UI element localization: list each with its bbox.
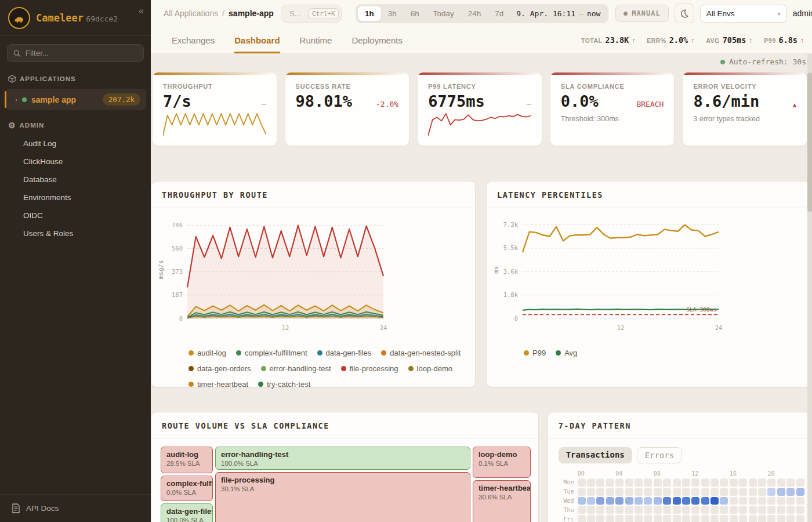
sidebar-item-clickhouse[interactable]: ClickHouse — [0, 153, 151, 171]
sidebar-collapse-icon[interactable]: « — [139, 6, 144, 16]
heatmap-cell — [644, 478, 652, 487]
heatmap-cell — [720, 478, 728, 487]
hour-label: 16 — [730, 470, 739, 477]
panel-title: THROUGHPUT BY ROUTE — [162, 190, 268, 200]
auto-refresh-label: Auto-refresh: 30s — [729, 57, 806, 66]
treemap-cell-error-handling-test[interactable]: error-handling-test100.0% SLA — [215, 447, 470, 470]
heatmap-cell — [644, 506, 652, 514]
kpi-accent-bar — [418, 72, 542, 75]
sidebar-spacer — [0, 242, 151, 494]
stat-value: 6.8s — [778, 35, 798, 45]
legend-item-loop-demo[interactable]: loop-demo — [408, 364, 452, 373]
heatmap-cell — [587, 506, 595, 514]
treemap-cell-sla: 28.5% SLA — [166, 460, 207, 467]
legend-dot-icon — [236, 350, 241, 356]
filter-input[interactable] — [26, 49, 137, 57]
sidebar-item-database[interactable]: Database — [0, 171, 151, 188]
global-search-input[interactable] — [289, 9, 304, 18]
scrollbar-track[interactable] — [807, 54, 812, 522]
legend-item-try-catch-test[interactable]: try-catch-test — [258, 380, 310, 389]
legend-item-data-gen-orders[interactable]: data-gen-orders — [188, 364, 251, 373]
admin-items: Audit LogClickHouseDatabaseEnvironmentsO… — [0, 135, 151, 242]
heatmap-cell — [654, 478, 662, 487]
env-select[interactable]: All Envs ▾ — [700, 5, 787, 23]
hour-label — [701, 470, 710, 477]
stat-value: 705ms — [723, 35, 746, 45]
time-range-7d[interactable]: 7d — [488, 6, 510, 21]
time-range-custom[interactable]: 9. Apr. 16:11—now — [510, 9, 606, 18]
hour-label: 20 — [767, 470, 777, 477]
toggle-transactions[interactable]: Transactions — [559, 447, 632, 463]
hour-label — [635, 470, 644, 477]
kpi-accent-bar — [285, 72, 409, 75]
time-range-3h[interactable]: 3h — [381, 6, 404, 21]
kpi-value: 6775ms — [428, 92, 485, 110]
sidebar-item-users-roles[interactable]: Users & Roles — [0, 224, 151, 242]
heatmap-cell — [730, 515, 738, 522]
heatmap-row-wed: Wed — [559, 497, 806, 505]
treemap-cell-timer-heartbeat[interactable]: timer-heartbeat30.6% SLA — [473, 480, 531, 522]
heatmap-cell — [691, 488, 699, 496]
treemap-cell-data-gen-files[interactable]: data-gen-files100.0% SLA — [161, 503, 213, 522]
tab-runtime[interactable]: Runtime — [300, 27, 332, 53]
manual-refresh-button[interactable]: MANUAL — [615, 5, 668, 22]
treemap-cell-file-processing[interactable]: file-processing30.1% SLA — [215, 472, 470, 522]
heatmap-cell — [758, 478, 766, 487]
scrollbar-thumb[interactable] — [807, 72, 812, 212]
stat-value: 2.0% — [669, 35, 688, 45]
heatmap-row-thu: Thu — [559, 506, 806, 514]
sidebar-item-audit-log[interactable]: Audit Log — [0, 135, 151, 153]
heatmap-cell — [739, 515, 747, 522]
legend-item-audit-log[interactable]: audit-log — [188, 349, 226, 357]
global-search-box[interactable]: Ctrl+K — [281, 5, 342, 23]
time-range-today[interactable]: Today — [426, 6, 461, 21]
hour-label — [596, 470, 606, 477]
legend-item-complex-fulfillment[interactable]: complex-fulfillment — [236, 349, 307, 357]
theme-toggle-button[interactable] — [675, 3, 694, 23]
filter-box[interactable] — [7, 44, 144, 62]
time-range-6h[interactable]: 6h — [404, 6, 426, 21]
time-range-to: now — [587, 9, 600, 18]
app-name: sample app — [31, 95, 98, 104]
sidebar-item-oidc[interactable]: OIDC — [0, 206, 151, 224]
legend-item-avg[interactable]: Avg — [556, 349, 577, 357]
sidebar-item-environments[interactable]: Environments — [0, 188, 151, 206]
treemap-cell-loop-demo[interactable]: loop-demo0.1% SLA — [473, 447, 531, 478]
time-range-24h[interactable]: 24h — [461, 6, 488, 21]
pattern-heatmap: 000408121620MonTueWedThuFriSatSun — [559, 470, 806, 522]
treemap-cell-complex-fulfil[interactable]: complex-fulfil...0.0% SLA — [161, 476, 213, 501]
legend-label: timer-heartbeat — [197, 380, 248, 389]
manual-label: MANUAL — [632, 9, 660, 17]
heatmap-cell — [786, 506, 795, 514]
heatmap-cell — [673, 478, 681, 487]
time-range-1h[interactable]: 1h — [358, 6, 381, 21]
stat-avg: AVG705ms↑ — [706, 35, 752, 45]
heatmap-cell — [625, 506, 633, 514]
legend-item-error-handling-test[interactable]: error-handling-test — [261, 364, 331, 373]
sidebar-item-api-docs[interactable]: API Docs — [0, 494, 151, 522]
tab-deployments[interactable]: Deployments — [351, 27, 403, 53]
legend-item-timer-heartbeat[interactable]: timer-heartbeat — [188, 380, 248, 389]
heatmap-cell — [720, 497, 728, 505]
legend-item-data-gen-files[interactable]: data-gen-files — [317, 349, 372, 357]
sidebar-item-sample-app[interactable]: › sample app 207.2k — [5, 89, 146, 110]
tab-exchanges[interactable]: Exchanges — [172, 27, 215, 53]
toggle-errors[interactable]: Errors — [637, 447, 683, 463]
tab-dashboard[interactable]: Dashboard — [234, 27, 280, 53]
legend-item-data-gen-nested-split[interactable]: data-gen-nested-split — [381, 349, 461, 357]
brand-block: Cameleer 69dcce2 — [36, 12, 118, 24]
sidebar-header: Cameleer 69dcce2 « — [0, 0, 151, 36]
pattern-body: TransactionsErrors 000408121620MonTueWed… — [548, 439, 811, 522]
legend-item-file-processing[interactable]: file-processing — [341, 364, 398, 373]
chevron-right-icon[interactable]: › — [15, 96, 17, 104]
heatmap-cell — [578, 478, 586, 487]
legend-label: data-gen-orders — [197, 364, 251, 373]
heatmap-cell — [777, 506, 785, 514]
hour-label: 08 — [654, 470, 663, 477]
heatmap-cell — [625, 488, 633, 496]
heatmap-cell — [739, 497, 747, 505]
hour-label — [682, 470, 691, 477]
breadcrumb-all-applications[interactable]: All Applications — [164, 9, 218, 18]
legend-item-p99[interactable]: P99 — [524, 349, 546, 357]
treemap-cell-audit-log[interactable]: audit-log28.5% SLA — [161, 447, 213, 473]
